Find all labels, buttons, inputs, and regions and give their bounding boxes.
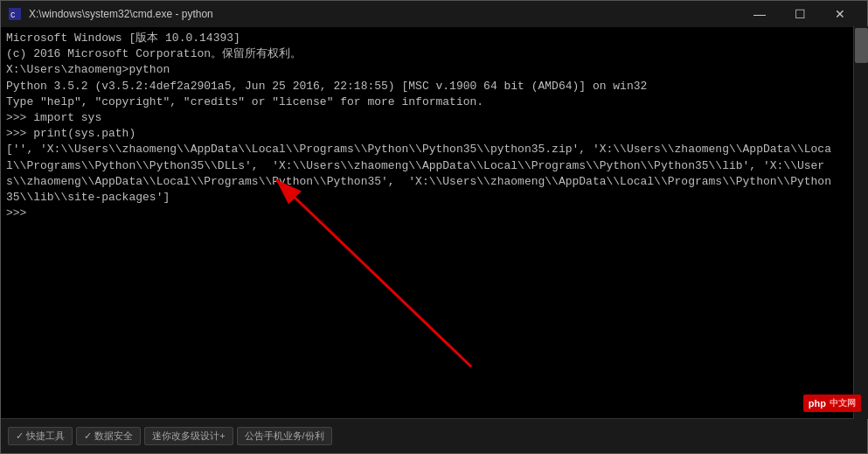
- php-badge: php 中文网: [803, 395, 861, 412]
- terminal-line: X:\Users\zhaomeng>python: [6, 62, 862, 78]
- taskbar-item[interactable]: 迷你改多级设计+: [144, 427, 233, 445]
- terminal-line: Microsoft Windows [版本 10.0.14393]: [6, 31, 862, 46]
- window-controls: — ☐ ✕: [740, 1, 860, 27]
- scrollbar-thumb[interactable]: [855, 28, 868, 63]
- php-badge-label: php: [809, 398, 826, 409]
- terminal-line: >>> print(sys.path): [6, 126, 862, 142]
- window-title: X:\windows\system32\cmd.exe - python: [29, 8, 740, 20]
- terminal-line: ['', 'X:\\Users\\zhaomeng\\AppData\\Loca…: [6, 142, 862, 157]
- taskbar-item[interactable]: ✓ 数据安全: [76, 427, 141, 445]
- php-badge-suffix: 中文网: [830, 397, 856, 409]
- minimize-button[interactable]: —: [740, 1, 780, 27]
- taskbar: ✓ 快捷工具✓ 数据安全迷你改多级设计+公告手机业务/份利: [1, 418, 867, 453]
- taskbar-item[interactable]: 公告手机业务/份利: [237, 427, 332, 445]
- svg-text:C: C: [10, 11, 16, 20]
- title-bar: C X:\windows\system32\cmd.exe - python —…: [1, 1, 867, 27]
- cmd-window: C X:\windows\system32\cmd.exe - python —…: [0, 0, 868, 454]
- scrollbar-track[interactable]: [853, 26, 868, 419]
- maximize-button[interactable]: ☐: [780, 1, 820, 27]
- terminal-line: s\\zhaomeng\\AppData\\Local\\Programs\\P…: [6, 174, 862, 190]
- terminal-line: Type "help", "copyright", "credits" or "…: [6, 94, 862, 110]
- terminal-area[interactable]: Microsoft Windows [版本 10.0.14393](c) 201…: [1, 27, 867, 418]
- terminal-line: Python 3.5.2 (v3.5.2:4def2a2901a5, Jun 2…: [6, 79, 862, 94]
- close-button[interactable]: ✕: [820, 1, 860, 27]
- terminal-line: >>>: [6, 206, 862, 221]
- terminal-line: 35\\lib\\site-packages']: [6, 190, 862, 206]
- terminal-line: l\\Programs\\Python\\Python35\\DLLs', 'X…: [6, 158, 862, 174]
- cmd-icon: C: [8, 7, 22, 21]
- terminal-output: Microsoft Windows [版本 10.0.14393](c) 201…: [6, 31, 862, 221]
- terminal-line: (c) 2016 Microsoft Corporation。保留所有权利。: [6, 46, 862, 62]
- taskbar-item[interactable]: ✓ 快捷工具: [8, 427, 73, 445]
- terminal-line: >>> import sys: [6, 110, 862, 126]
